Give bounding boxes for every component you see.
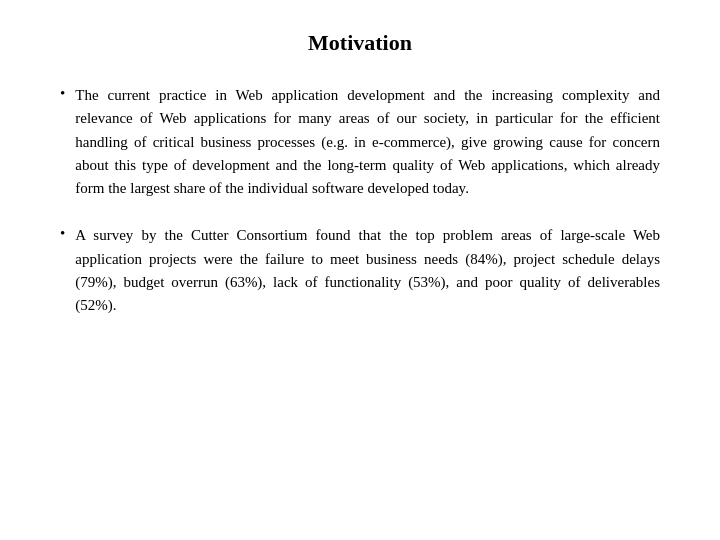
bullet-marker-2: • — [60, 225, 65, 242]
bullet-text-2: A survey by the Cutter Consortium found … — [75, 224, 660, 317]
bullet-marker-1: • — [60, 85, 65, 102]
bullet-text-1: The current practice in Web application … — [75, 84, 660, 200]
bullet-item-1: • The current practice in Web applicatio… — [60, 84, 660, 200]
slide-title: Motivation — [60, 30, 660, 56]
slide-page: Motivation • The current practice in Web… — [0, 0, 720, 540]
slide-content: • The current practice in Web applicatio… — [60, 84, 660, 341]
bullet-item-2: • A survey by the Cutter Consortium foun… — [60, 224, 660, 317]
